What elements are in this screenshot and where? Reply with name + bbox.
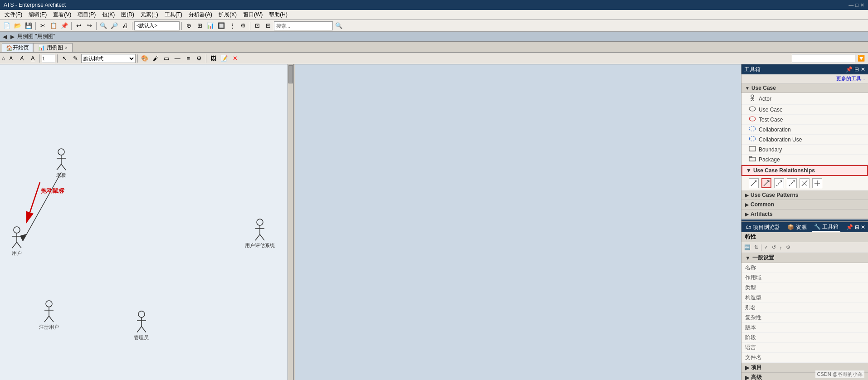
toolbox-section-use-case[interactable]: ▼ Use Case xyxy=(741,83,868,93)
scroll-thumb[interactable] xyxy=(288,65,293,83)
grid-btn[interactable]: ⊟ xyxy=(263,21,273,31)
prop-up-btn[interactable]: ↑ xyxy=(779,245,783,250)
prop-section-general[interactable]: ▼ 一般设置 xyxy=(741,253,868,263)
search-go-btn[interactable]: 🔍 xyxy=(334,21,344,31)
menu-item-d[interactable]: 图(D) xyxy=(118,10,137,19)
minimize-btn[interactable]: — xyxy=(848,2,853,8)
bottom-close-btn[interactable]: ✕ xyxy=(861,224,865,230)
menu-item-w[interactable]: 窗口(W) xyxy=(240,10,265,19)
diagram-search[interactable] xyxy=(792,54,855,63)
nav-left[interactable]: ◀ xyxy=(2,34,8,40)
bold-btn[interactable]: A xyxy=(6,54,16,63)
toolbox-pin-btn[interactable]: 📌 xyxy=(846,66,853,73)
undo-btn[interactable]: ↩ xyxy=(73,21,83,31)
menu-item-a[interactable]: 分析器(A) xyxy=(186,10,215,19)
toolbox-item-boundary[interactable]: Boundary xyxy=(741,145,868,155)
use-case-tab[interactable]: 📊 用例图 × xyxy=(33,43,73,52)
toolbox-item-use-case[interactable]: Use Case xyxy=(741,105,868,115)
zoom-in-btn[interactable]: 🔎 xyxy=(109,21,119,31)
toolbox-item-package[interactable]: Package xyxy=(741,155,868,165)
canvas-scrollbar[interactable] xyxy=(288,64,293,380)
menu-item-k[interactable]: 包(K) xyxy=(99,10,117,19)
delete-btn[interactable]: ✕ xyxy=(230,54,240,63)
filter-diagram-btn[interactable]: 🔽 xyxy=(856,54,866,63)
toolbox-item-collaboration-use[interactable]: Collaboration Use xyxy=(741,135,868,145)
toolbox-section-common[interactable]: ▶ Common xyxy=(741,200,868,209)
snap-btn[interactable]: ⊡ xyxy=(252,21,262,31)
toolbox-section-artifacts[interactable]: ▶ Artifacts xyxy=(741,209,868,219)
align-btn[interactable]: ⋮ xyxy=(227,21,237,31)
prop-check-btn[interactable]: ✓ xyxy=(763,244,769,250)
prop-sort2-btn[interactable]: ⇅ xyxy=(753,244,759,250)
color-btn[interactable]: 🎨 xyxy=(140,54,150,63)
border-btn[interactable]: ▭ xyxy=(161,54,171,63)
toolbox-tab[interactable]: 🔧 工具箱 xyxy=(812,223,840,232)
project-browser-tab[interactable]: 🗂 项目浏览器 xyxy=(744,224,782,231)
thickness-btn[interactable]: ≡ xyxy=(183,54,193,63)
more-style-btn[interactable]: ⚙ xyxy=(194,54,204,63)
rel-icon-6[interactable] xyxy=(812,178,822,188)
maximize-btn[interactable]: □ xyxy=(855,2,858,8)
toolbox-close-btn[interactable]: ✕ xyxy=(861,66,865,73)
copy-btn[interactable]: 📋 xyxy=(49,21,59,31)
zoom-btn[interactable]: ⊕ xyxy=(184,21,194,31)
img-btn[interactable]: 🖼 xyxy=(208,54,218,63)
menu-item-l[interactable]: 元素(L) xyxy=(138,10,161,19)
start-tab[interactable]: 🏠 开始页 xyxy=(2,43,33,52)
tab-close-btn[interactable]: × xyxy=(65,45,68,50)
close-btn[interactable]: ✕ xyxy=(860,2,864,8)
paste-btn[interactable]: 📌 xyxy=(59,21,69,31)
nav-right[interactable]: ▶ xyxy=(10,34,15,40)
menu-item-f[interactable]: 文件(F) xyxy=(2,10,25,19)
prop-sort-btn[interactable]: 🔤 xyxy=(743,244,751,250)
open-btn[interactable]: 📂 xyxy=(13,21,23,31)
toolbox-item-collaboration[interactable]: Collaboration xyxy=(741,125,868,135)
toolbox-more-link[interactable]: 更多的工具... xyxy=(741,74,868,83)
bottom-min-btn[interactable]: ⊟ xyxy=(855,224,859,230)
bottom-pin-btn[interactable]: 📌 xyxy=(846,224,853,230)
print-btn[interactable]: 🖨 xyxy=(120,21,130,31)
line-btn[interactable]: — xyxy=(172,54,182,63)
menu-item-v[interactable]: 查看(V) xyxy=(50,10,74,19)
title-bar-controls[interactable]: — □ ✕ xyxy=(848,2,864,8)
new-btn[interactable]: 📄 xyxy=(2,21,12,31)
toolbox-expand-btn[interactable]: ⊟ xyxy=(854,66,859,73)
arrow-btn[interactable]: ↖ xyxy=(59,54,69,63)
filter-input[interactable] xyxy=(134,21,180,30)
menu-item-t[interactable]: 工具(T) xyxy=(162,10,185,19)
toolbox-section-uc-patterns[interactable]: ▶ Use Case Patterns xyxy=(741,190,868,200)
diagram-btn[interactable]: 📊 xyxy=(205,21,215,31)
pencil-btn[interactable]: ✎ xyxy=(70,54,80,63)
diagram-canvas[interactable]: 老板 用户 xyxy=(0,64,294,380)
toolbox-section-uc-relationships[interactable]: ▼ Use Case Relationships xyxy=(741,165,868,176)
other-btn[interactable]: ⚙ xyxy=(238,21,248,31)
menu-item-e[interactable]: 编辑(E) xyxy=(26,10,49,19)
layout-btn[interactable]: ⊞ xyxy=(195,21,205,31)
rel-icon-5[interactable] xyxy=(800,178,809,188)
redo-btn[interactable]: ↪ xyxy=(84,21,94,31)
toolbox-item-actor[interactable]: Actor xyxy=(741,93,868,105)
rel-icon-2[interactable] xyxy=(761,178,771,188)
note-btn[interactable]: 📝 xyxy=(219,54,229,63)
resources-tab[interactable]: 📦 资源 xyxy=(785,224,808,231)
rel-icon-1[interactable] xyxy=(749,178,759,188)
element-btn[interactable]: 🔲 xyxy=(216,21,226,31)
search-input[interactable] xyxy=(274,21,333,30)
search-btn[interactable]: 🔍 xyxy=(98,21,108,31)
underline-btn[interactable]: A xyxy=(28,54,38,63)
rel-icon-4[interactable] xyxy=(787,178,797,188)
prop-refresh-btn[interactable]: ↺ xyxy=(771,244,777,250)
toolbox-header-controls[interactable]: 📌 ⊟ ✕ xyxy=(846,66,865,73)
style-select[interactable]: 默认样式 xyxy=(81,54,136,63)
prop-more-btn[interactable]: ⚙ xyxy=(785,244,791,250)
menu-item-h[interactable]: 帮助(H) xyxy=(266,10,290,19)
save-btn[interactable]: 💾 xyxy=(24,21,34,31)
fill-btn[interactable]: 🖌 xyxy=(151,54,161,63)
font-size-input[interactable] xyxy=(42,54,55,63)
menu-item-p[interactable]: 项目(P) xyxy=(75,10,98,19)
menu-item-x[interactable]: 扩展(X) xyxy=(216,10,239,19)
italic-btn[interactable]: A xyxy=(17,54,27,63)
cut-btn[interactable]: ✂ xyxy=(38,21,48,31)
toolbox-item-test-case[interactable]: Test Case xyxy=(741,115,868,125)
rel-icon-3[interactable] xyxy=(774,178,784,188)
